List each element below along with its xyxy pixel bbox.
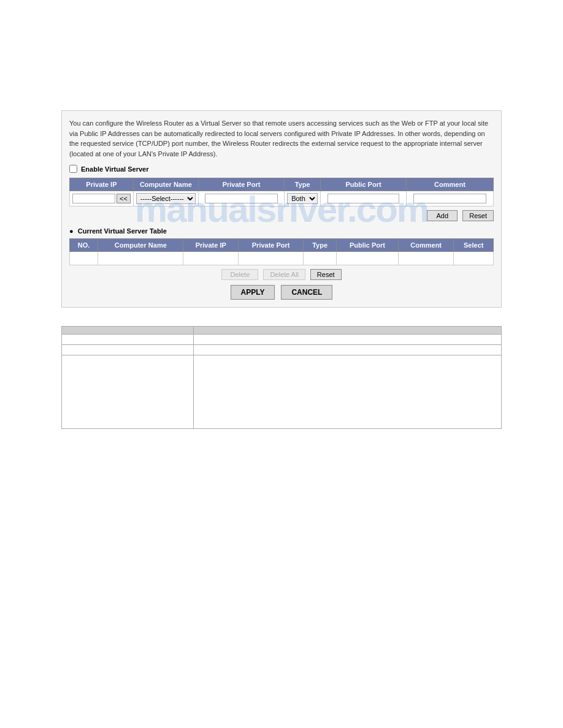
enable-virtual-server-checkbox[interactable] [69,165,77,173]
ref-row1-col2 [194,335,502,345]
type-select[interactable]: Both TCP UDP [287,193,318,204]
cvs-empty-computer-name [98,252,183,265]
col-header-computer-name: Computer Name [133,178,198,191]
public-port-cell [321,191,407,207]
reset-button[interactable]: Reset [462,210,494,221]
cvs-col-private-port: Private Port [239,239,304,252]
cvs-empty-private-port [239,252,304,265]
ref-row-2 [62,345,502,355]
cvs-col-type: Type [304,239,337,252]
ref-header-col1 [62,327,194,335]
enable-virtual-server-label: Enable Virtual Server [81,165,148,173]
ref-row2-col2 [194,345,502,355]
add-button[interactable]: Add [427,210,458,221]
comment-cell [406,191,493,207]
ref-row-1 [62,335,502,345]
input-row: << -----Select------ Both T [70,191,494,207]
config-section: manualsriver.com You can configure the W… [61,110,502,308]
private-ip-cell: << [70,191,134,207]
cvs-empty-public-port [336,252,398,265]
description-text: You can configure the Wireless Router as… [69,118,494,159]
computer-name-select[interactable]: -----Select------ [136,193,196,204]
delete-all-button[interactable]: Delete All [263,269,305,280]
add-reset-row: Add Reset [69,210,494,221]
ref-header-col2 [194,327,502,335]
type-cell: Both TCP UDP [285,191,321,207]
cvs-col-no: NO. [70,239,98,252]
current-table-section: ● Current Virtual Server Table NO. Compu… [69,227,494,300]
cvs-col-comment: Comment [398,239,454,252]
current-table-title: ● Current Virtual Server Table [69,227,494,235]
page-wrapper: manualsriver.com You can configure the W… [0,0,563,728]
col-header-private-port: Private Port [198,178,284,191]
col-header-type: Type [285,178,321,191]
apply-cancel-row: APPLY CANCEL [69,285,494,300]
cvs-col-private-ip: Private IP [183,239,239,252]
enable-row: Enable Virtual Server [69,165,494,173]
ref-row2-col1 [62,345,194,355]
private-ip-input[interactable] [72,194,115,203]
cvs-empty-type [304,252,337,265]
apply-button[interactable]: APPLY [231,285,275,300]
private-port-cell [198,191,284,207]
bullet-icon: ● [69,227,74,235]
cvs-actions-row: Delete Delete All Reset [69,269,494,280]
cvs-col-select: Select [454,239,494,252]
cvs-empty-no [70,252,98,265]
current-virtual-server-table: NO. Computer Name Private IP Private Por… [69,238,494,265]
comment-input[interactable] [413,194,487,203]
col-header-comment: Comment [406,178,493,191]
delete-button[interactable]: Delete [221,269,258,280]
ref-row1-col1 [62,335,194,345]
cvs-empty-row [70,252,494,265]
back-button[interactable]: << [117,194,131,203]
public-port-input[interactable] [327,194,400,203]
ref-row3-col2 [194,355,502,429]
private-port-input[interactable] [205,194,277,203]
col-header-public-port: Public Port [321,178,407,191]
ref-row3-col1 [62,355,194,429]
cvs-empty-select [454,252,494,265]
virtual-server-input-table: Private IP Computer Name Private Port Ty… [69,178,494,207]
cvs-empty-comment [398,252,454,265]
current-table-title-text: Current Virtual Server Table [78,227,167,235]
reset2-button[interactable]: Reset [310,269,342,280]
cvs-empty-private-ip [183,252,239,265]
computer-name-cell: -----Select------ [133,191,198,207]
col-header-private-ip: Private IP [70,178,134,191]
cvs-col-public-port: Public Port [336,239,398,252]
ref-row-3 [62,355,502,429]
ref-section [61,326,502,429]
reference-table [61,326,502,429]
cvs-col-computer-name: Computer Name [98,239,183,252]
cancel-button[interactable]: CANCEL [281,285,332,300]
